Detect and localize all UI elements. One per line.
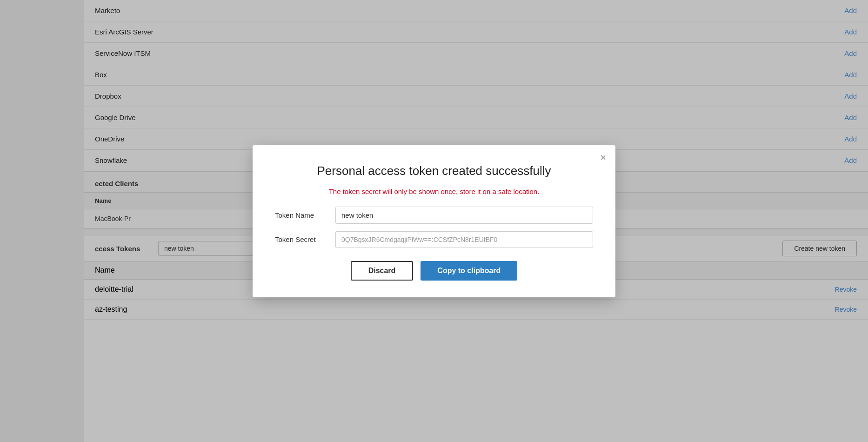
modal-close-button[interactable]: × — [600, 153, 606, 163]
discard-button[interactable]: Discard — [351, 261, 414, 281]
token-name-field: Token Name — [275, 207, 593, 224]
modal-actions: Discard Copy to clipboard — [275, 261, 593, 281]
token-secret-label: Token Secret — [275, 235, 335, 243]
token-secret-input[interactable] — [335, 231, 593, 248]
modal-overlay: × Personal access token created successf… — [0, 0, 868, 442]
token-secret-field: Token Secret — [275, 231, 593, 248]
modal-warning-text: The token secret will only be shown once… — [275, 188, 593, 195]
modal-title: Personal access token created successful… — [275, 164, 593, 178]
copy-to-clipboard-button[interactable]: Copy to clipboard — [421, 261, 517, 281]
modal-dialog: × Personal access token created successf… — [253, 145, 615, 297]
token-name-label: Token Name — [275, 211, 335, 219]
token-name-input[interactable] — [335, 207, 593, 224]
